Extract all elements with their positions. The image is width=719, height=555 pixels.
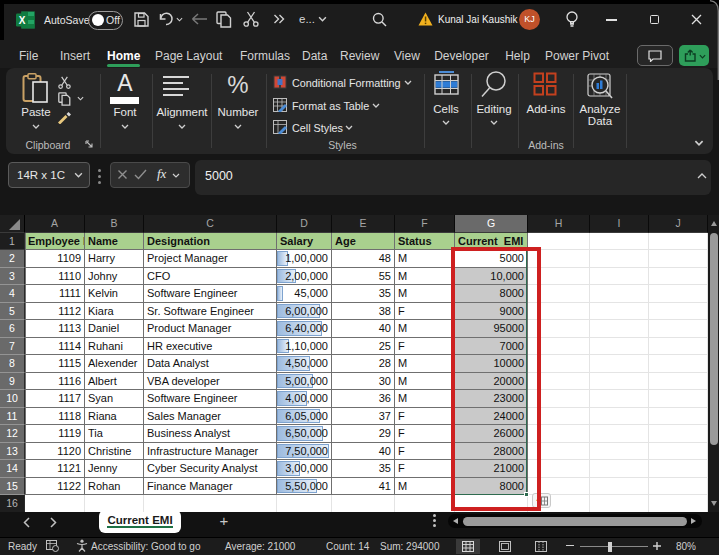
svg-text:X: X [19,15,26,26]
